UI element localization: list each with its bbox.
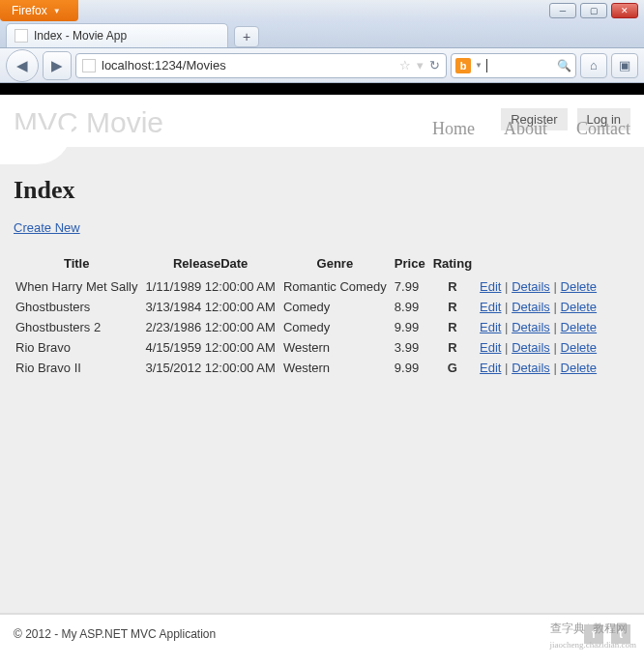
cell-rating: R [431,297,478,317]
edit-link[interactable]: Edit [480,320,501,334]
cell-price: 9.99 [393,317,431,337]
cell-release: 2/23/1986 12:00:00 AM [143,317,280,337]
cell-genre: Romantic Comedy [281,276,393,297]
main-nav: Home About Contact [432,119,630,139]
col-actions [478,252,602,276]
browser-menubar: Firefox ▼ ─ ▢ ✕ [0,0,644,21]
edit-link[interactable]: Edit [480,300,501,314]
new-tab-button[interactable]: + [234,26,259,47]
forward-button[interactable]: ▶ [43,51,72,80]
cell-price: 9.99 [393,358,431,378]
cell-genre: Western [281,358,393,378]
cell-rating: R [431,337,478,358]
cell-genre: Western [281,337,393,358]
table-row: Rio Bravo II3/15/2012 12:00:00 AMWestern… [14,358,602,378]
top-accent-bar [0,83,644,95]
table-row: Ghostbusters3/13/1984 12:00:00 AMComedy8… [14,297,602,317]
cell-actions: Edit | Details | Delete [478,358,602,378]
addon-button[interactable]: ▣ [611,53,638,78]
cell-actions: Edit | Details | Delete [478,317,602,337]
maximize-button[interactable]: ▢ [580,3,607,18]
browser-tabstrip: Index - Movie App + [0,21,644,48]
cell-release: 3/13/1984 12:00:00 AM [143,297,280,317]
delete-link[interactable]: Delete [561,361,598,375]
watermark: 查字典 | 教程网 jiaocheng.chazidian.com [550,621,636,651]
create-new-link[interactable]: Create New [14,220,80,235]
delete-link[interactable]: Delete [561,340,598,355]
browser-tab[interactable]: Index - Movie App [6,23,228,47]
details-link[interactable]: Details [512,340,550,355]
edit-link[interactable]: Edit [480,279,501,294]
cell-title: Ghostbusters [14,297,143,317]
cell-price: 7.99 [393,276,431,297]
details-link[interactable]: Details [512,361,550,375]
main-content: Index Create New Title ReleaseDate Genre… [0,147,644,391]
nav-contact[interactable]: Contact [576,119,630,139]
col-price: Price [393,252,431,276]
search-icon[interactable]: 🔍 [557,59,571,72]
cell-rating: R [431,317,478,337]
page-viewport: MVC Movie Register Log in Home About Con… [0,83,644,653]
details-link[interactable]: Details [512,300,550,314]
cell-title: When Harry Met Sally [14,276,143,297]
reload-icon[interactable]: ↻ [429,58,440,72]
address-bar[interactable]: ☆ ▾ ↻ [75,53,447,78]
firefox-label: Firefox [12,4,47,17]
col-release: ReleaseDate [143,252,280,276]
tab-title: Index - Movie App [34,29,127,43]
cell-release: 3/15/2012 12:00:00 AM [143,358,280,378]
delete-link[interactable]: Delete [561,279,598,294]
site-footer: © 2012 - My ASP.NET MVC Application f t [0,613,644,653]
cell-title: Rio Bravo [14,337,143,358]
dropdown-icon: ▼ [53,7,61,15]
site-header: MVC Movie Register Log in Home About Con… [0,95,644,147]
window-controls: ─ ▢ ✕ [543,0,644,21]
favicon-icon [15,29,28,43]
table-header-row: Title ReleaseDate Genre Price Rating [14,252,602,276]
bing-icon: b [455,58,471,73]
firefox-menu-button[interactable]: Firefox ▼ [0,0,78,21]
col-genre: Genre [281,252,393,276]
col-rating: Rating [431,252,478,276]
separator: ▾ [417,58,424,72]
table-row: Ghostbusters 22/23/1986 12:00:00 AMComed… [14,317,602,337]
copyright-text: © 2012 - My ASP.NET MVC Application [14,627,216,641]
cell-title: Ghostbusters 2 [14,317,143,337]
bookmark-icon[interactable]: ☆ [399,58,411,72]
url-input[interactable] [102,58,394,72]
cell-genre: Comedy [281,317,393,337]
cell-price: 3.99 [393,337,431,358]
watermark-sub: jiaocheng.chazidian.com [550,640,636,650]
nav-home[interactable]: Home [432,119,475,139]
col-title: Title [14,252,143,276]
details-link[interactable]: Details [512,279,550,294]
delete-link[interactable]: Delete [561,300,598,314]
edit-link[interactable]: Edit [480,340,501,355]
cell-title: Rio Bravo II [14,358,143,378]
cell-genre: Comedy [281,297,393,317]
cell-rating: R [431,276,478,297]
search-engine-dropdown-icon[interactable]: ▼ [475,61,483,70]
nav-about[interactable]: About [504,119,547,139]
delete-link[interactable]: Delete [561,320,598,334]
page-heading: Index [14,176,630,205]
cell-price: 8.99 [393,297,431,317]
text-cursor [486,59,487,72]
cell-actions: Edit | Details | Delete [478,276,602,297]
watermark-sep: 教程网 [593,622,628,635]
home-button[interactable]: ⌂ [580,53,607,78]
search-bar[interactable]: b ▼ 🔍 [451,53,576,78]
browser-toolbar: ◀ ▶ ☆ ▾ ↻ b ▼ 🔍 ⌂ ▣ [0,48,644,83]
movies-table: Title ReleaseDate Genre Price Rating Whe… [14,252,602,378]
page-identity-icon [82,59,96,72]
table-row: Rio Bravo4/15/1959 12:00:00 AMWestern3.9… [14,337,602,358]
edit-link[interactable]: Edit [480,361,501,375]
details-link[interactable]: Details [512,320,550,334]
cell-actions: Edit | Details | Delete [478,297,602,317]
minimize-button[interactable]: ─ [549,3,576,18]
cell-rating: G [431,358,478,378]
back-button[interactable]: ◀ [6,49,39,82]
cell-actions: Edit | Details | Delete [478,337,602,358]
close-button[interactable]: ✕ [611,3,638,18]
watermark-main: 查字典 [550,622,585,635]
